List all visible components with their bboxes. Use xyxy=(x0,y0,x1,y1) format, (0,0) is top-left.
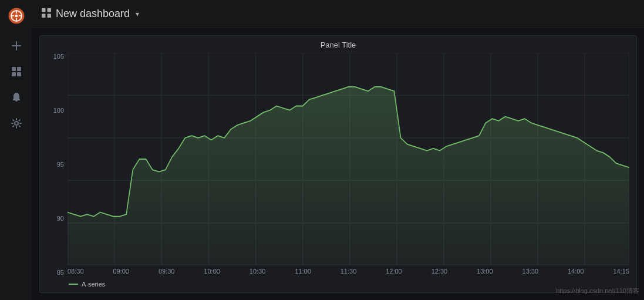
svg-rect-13 xyxy=(48,8,52,12)
x-label-1400: 14:00 xyxy=(568,268,584,275)
x-label-1300: 13:00 xyxy=(477,268,493,275)
y-label-90: 90 xyxy=(57,215,64,222)
x-label-1000: 10:00 xyxy=(204,268,220,275)
x-label-0930: 09:30 xyxy=(159,268,175,275)
panel: Panel Title 105 100 95 90 85 xyxy=(39,35,637,293)
svg-rect-15 xyxy=(48,14,52,18)
x-label-1200: 12:00 xyxy=(386,268,402,275)
sidebar-item-dashboard[interactable] xyxy=(0,60,32,83)
x-label-1100: 11:00 xyxy=(295,268,311,275)
panel-title: Panel Title xyxy=(47,41,629,49)
y-label-105: 105 xyxy=(53,53,64,60)
main-content: New dashboard ▾ Panel Title 105 100 95 9… xyxy=(32,0,644,300)
dashboard-title: New dashboard xyxy=(56,8,130,20)
panel-area: Panel Title 105 100 95 90 85 xyxy=(32,28,644,300)
dashboard-grid-icon xyxy=(42,8,51,20)
svg-rect-9 xyxy=(12,72,16,76)
chart-svg xyxy=(68,53,629,265)
sidebar-item-alerts[interactable] xyxy=(0,86,32,109)
chart-wrapper: 105 100 95 90 85 xyxy=(47,53,629,289)
watermark: https://blog.csdn.net/110博客 xyxy=(556,286,639,295)
y-label-100: 100 xyxy=(53,107,64,114)
sidebar xyxy=(0,0,32,300)
topbar: New dashboard ▾ xyxy=(32,0,644,28)
grafana-logo[interactable] xyxy=(5,5,28,27)
svg-rect-14 xyxy=(42,14,46,18)
y-label-95: 95 xyxy=(57,161,64,168)
x-label-1230: 12:30 xyxy=(431,268,448,275)
legend: A-series xyxy=(68,278,629,289)
chart-area: 08:30 09:00 09:30 10:00 10:30 11:00 11:3… xyxy=(68,53,629,289)
x-label-0900: 09:00 xyxy=(113,268,129,275)
svg-point-11 xyxy=(15,122,18,125)
svg-rect-12 xyxy=(42,8,46,12)
x-label-1030: 10:30 xyxy=(249,268,266,275)
svg-rect-10 xyxy=(17,72,21,76)
y-label-85: 85 xyxy=(57,269,64,276)
x-label-1415: 14:15 xyxy=(613,268,629,275)
x-label-1330: 13:30 xyxy=(522,268,539,275)
y-axis: 105 100 95 90 85 xyxy=(47,53,68,289)
x-axis: 08:30 09:00 09:30 10:00 10:30 11:00 11:3… xyxy=(68,265,629,278)
svg-rect-8 xyxy=(17,67,21,71)
sidebar-item-settings[interactable] xyxy=(0,112,32,135)
svg-point-6 xyxy=(15,15,17,17)
x-label-1130: 11:30 xyxy=(340,268,357,275)
chevron-down-icon[interactable]: ▾ xyxy=(136,10,139,18)
legend-label-a-series: A-series xyxy=(82,281,105,288)
sidebar-item-add[interactable] xyxy=(0,34,32,58)
legend-line-a-series xyxy=(69,284,78,285)
svg-rect-7 xyxy=(12,67,16,71)
x-label-0830: 08:30 xyxy=(68,268,84,275)
